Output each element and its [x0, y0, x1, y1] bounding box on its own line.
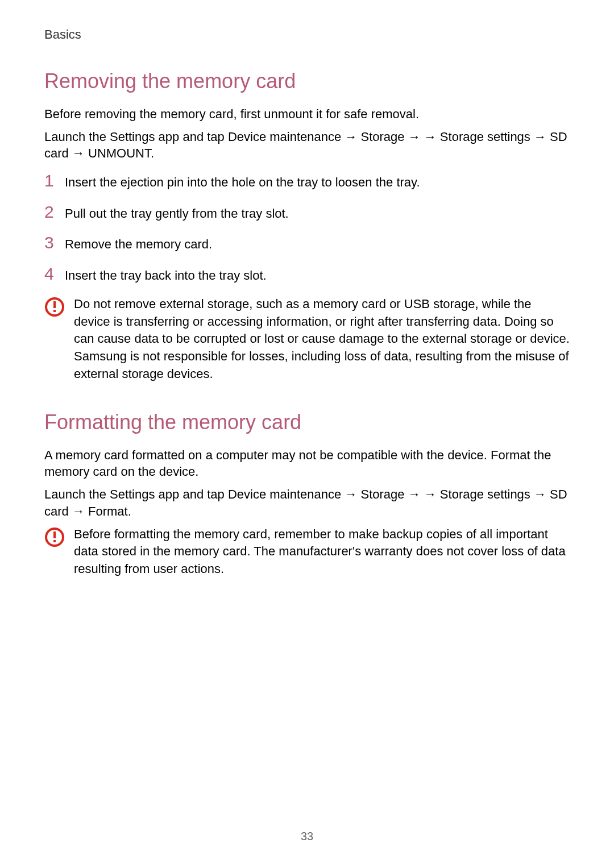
step-number: 3 [44, 233, 65, 252]
step-row: 1 Insert the ejection pin into the hole … [44, 171, 570, 191]
warning-text: Do not remove external storage, such as … [74, 296, 570, 383]
step-text: Remove the memory card. [65, 236, 212, 253]
warning-icon [44, 527, 65, 547]
step-row: 3 Remove the memory card. [44, 233, 570, 253]
section2-warning-callout: Before formatting the memory card, remem… [44, 526, 570, 578]
page-number: 33 [0, 830, 614, 843]
step-text: Insert the ejection pin into the hole on… [65, 174, 420, 191]
step-text: Pull out the tray gently from the tray s… [65, 205, 289, 222]
warning-icon [44, 297, 65, 317]
step-number: 4 [44, 264, 65, 284]
step-row: 2 Pull out the tray gently from the tray… [44, 202, 570, 222]
step-number: 2 [44, 202, 65, 222]
section1-steps: 1 Insert the ejection pin into the hole … [44, 171, 570, 284]
warning-text: Before formatting the memory card, remem… [74, 526, 570, 578]
section1-heading: Removing the memory card [44, 69, 570, 93]
section1-nav-path: Launch the Settings app and tap Device m… [44, 128, 570, 162]
step-row: 4 Insert the tray back into the tray slo… [44, 264, 570, 284]
section2-intro: A memory card formatted on a computer ma… [44, 447, 570, 480]
section1-intro: Before removing the memory card, first u… [44, 106, 570, 123]
step-text: Insert the tray back into the tray slot. [65, 267, 267, 284]
header-category: Basics [44, 27, 570, 42]
section2-nav-path: Launch the Settings app and tap Device m… [44, 486, 570, 520]
step-number: 1 [44, 171, 65, 190]
section2-heading: Formatting the memory card [44, 410, 570, 434]
section1-warning-callout: Do not remove external storage, such as … [44, 296, 570, 383]
